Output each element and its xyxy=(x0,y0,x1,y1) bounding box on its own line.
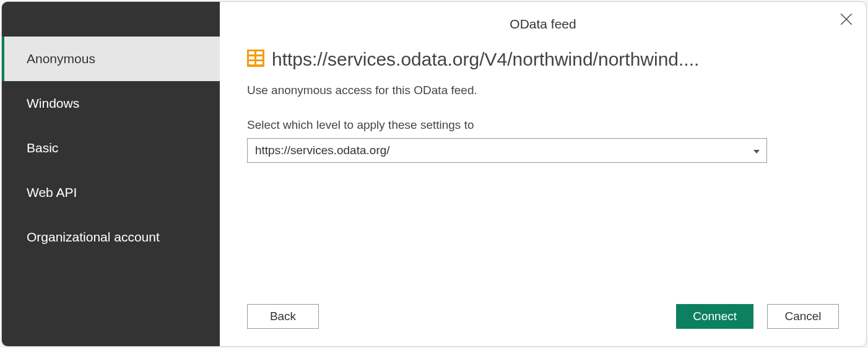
svg-rect-3 xyxy=(249,51,254,54)
svg-rect-4 xyxy=(256,51,263,54)
svg-rect-7 xyxy=(249,61,254,64)
connect-button[interactable]: Connect xyxy=(676,304,753,329)
back-button[interactable]: Back xyxy=(247,304,319,329)
auth-description: Use anonymous access for this OData feed… xyxy=(247,84,839,97)
button-row: Back Connect Cancel xyxy=(247,304,839,329)
main-panel: OData feed https://services.odata.org/V4… xyxy=(220,2,866,346)
sidebar-item-web-api[interactable]: Web API xyxy=(2,170,220,215)
feed-url-row: https://services.odata.org/V4/northwind/… xyxy=(247,49,839,70)
close-icon[interactable] xyxy=(840,13,853,28)
sidebar-item-label: Anonymous xyxy=(27,51,95,66)
sidebar-item-anonymous[interactable]: Anonymous xyxy=(2,37,220,81)
sidebar-item-label: Windows xyxy=(27,96,79,110)
sidebar-item-label: Web API xyxy=(27,185,77,199)
odata-feed-icon xyxy=(247,50,264,69)
level-select-label: Select which level to apply these settin… xyxy=(247,118,839,132)
level-select-value: https://services.odata.org/ xyxy=(255,144,390,157)
sidebar-item-windows[interactable]: Windows xyxy=(2,81,220,126)
svg-rect-5 xyxy=(249,56,254,59)
auth-method-sidebar: Anonymous Windows Basic Web API Organiza… xyxy=(2,2,220,346)
level-select[interactable]: https://services.odata.org/ xyxy=(247,138,767,163)
odata-feed-dialog: Anonymous Windows Basic Web API Organiza… xyxy=(1,1,867,347)
sidebar-item-label: Organizational account xyxy=(27,230,160,244)
dialog-title: OData feed xyxy=(247,17,839,32)
feed-url-text: https://services.odata.org/V4/northwind/… xyxy=(272,49,699,70)
sidebar-item-organizational-account[interactable]: Organizational account xyxy=(2,215,220,259)
svg-rect-6 xyxy=(256,56,263,59)
svg-rect-8 xyxy=(256,61,263,64)
sidebar-item-label: Basic xyxy=(27,141,58,155)
cancel-button[interactable]: Cancel xyxy=(767,304,839,329)
sidebar-item-basic[interactable]: Basic xyxy=(2,126,220,170)
